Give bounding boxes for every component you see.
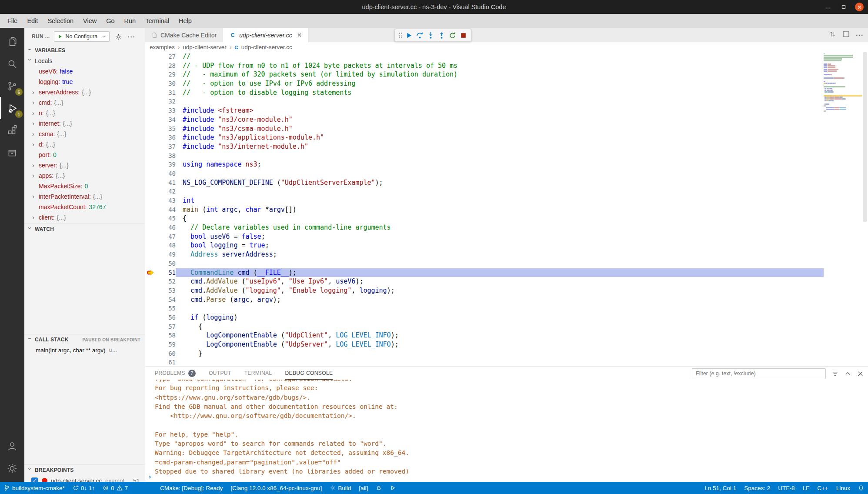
variable-row[interactable]: ›cmd:{...}: [24, 97, 145, 108]
chevron-right-icon[interactable]: ›: [32, 194, 39, 199]
variable-row[interactable]: useV6:false: [24, 66, 145, 77]
line-number[interactable]: 33: [156, 106, 176, 115]
language-mode-item[interactable]: C++: [813, 482, 832, 494]
breadcrumb-file[interactable]: udp-client-server.cc: [241, 44, 292, 50]
close-icon[interactable]: [297, 33, 302, 37]
tab-problems[interactable]: PROBLEMS 7: [155, 367, 196, 380]
tab-terminal[interactable]: TERMINAL: [244, 367, 272, 380]
code-line[interactable]: 39using namespace ns3;: [145, 160, 868, 169]
eol-item[interactable]: LF: [798, 482, 813, 494]
line-number[interactable]: 47: [156, 232, 176, 241]
debug-target-item[interactable]: [372, 482, 386, 494]
code-line[interactable]: 34#include "ns3/core-module.h": [145, 115, 868, 124]
code-line[interactable]: 54 cmd.Parse (argc, argv);: [145, 295, 868, 304]
close-button[interactable]: [855, 3, 864, 11]
stop-button[interactable]: [458, 30, 469, 41]
tab-udp-client-server[interactable]: C udp-client-server.cc: [223, 28, 308, 42]
menu-terminal[interactable]: Terminal: [140, 14, 174, 28]
variables-header[interactable]: › VARIABLES: [24, 45, 145, 56]
line-number[interactable]: 55: [156, 304, 176, 313]
filter-lines-icon[interactable]: [832, 370, 838, 377]
tab-cmake-cache-editor[interactable]: CMake Cache Editor: [145, 28, 223, 42]
chevron-right-icon[interactable]: ›: [32, 111, 39, 115]
split-editor-icon[interactable]: [842, 30, 850, 40]
source-control-icon[interactable]: 6: [0, 75, 24, 97]
line-number[interactable]: 43: [156, 196, 176, 205]
code-line[interactable]: 61: [145, 358, 868, 366]
code-line[interactable]: 36#include "ns3/applications-module.h": [145, 133, 868, 142]
code-line[interactable]: 29// - maximum of 320 packets sent (or l…: [145, 70, 868, 79]
line-number[interactable]: 57: [156, 322, 176, 331]
code-line[interactable]: 42: [145, 187, 868, 196]
open-changes-icon[interactable]: [829, 30, 836, 40]
run-debug-icon[interactable]: 1: [0, 97, 24, 119]
variable-row[interactable]: ›n:{...}: [24, 108, 145, 118]
code-line[interactable]: 32: [145, 97, 868, 106]
cmake-kit-item[interactable]: [Clang 12.0.0 x86_64-pc-linux-gnu]: [227, 482, 326, 494]
line-number[interactable]: 60: [156, 349, 176, 358]
explorer-icon[interactable]: [0, 30, 24, 53]
variable-row[interactable]: ›d:{...}: [24, 139, 145, 150]
account-icon[interactable]: [0, 435, 24, 457]
code-line[interactable]: 50: [145, 259, 868, 268]
close-panel-icon[interactable]: [857, 370, 864, 377]
code-line[interactable]: 52 cmd.AddValue ("useIpv6", "Use Ipv6", …: [145, 277, 868, 286]
extensions-icon[interactable]: [0, 119, 24, 141]
variable-row[interactable]: ›client:{...}: [24, 212, 145, 223]
search-icon[interactable]: [0, 53, 24, 75]
line-number[interactable]: 48: [156, 241, 176, 250]
variable-row[interactable]: MaxPacketSize:0: [24, 181, 145, 191]
code-line[interactable]: 49 Address serverAddress;: [145, 250, 868, 259]
line-number[interactable]: 46: [156, 223, 176, 232]
step-into-button[interactable]: [425, 30, 436, 41]
cmake-status-item[interactable]: CMake: [Debug]: Ready: [156, 482, 227, 494]
maximize-button[interactable]: [839, 3, 848, 11]
code-line[interactable]: 38: [145, 151, 868, 160]
encoding-item[interactable]: UTF-8: [774, 482, 798, 494]
chevron-right-icon[interactable]: ›: [32, 90, 39, 94]
code-editor[interactable]: 27//28// - UDP flow from n0 to n1 of 102…: [145, 52, 868, 366]
line-number[interactable]: 42: [156, 187, 176, 196]
code-line[interactable]: 55: [145, 304, 868, 313]
menu-selection[interactable]: Selection: [43, 14, 78, 28]
line-number[interactable]: 51: [156, 268, 176, 277]
line-number[interactable]: 52: [156, 277, 176, 286]
indentation-item[interactable]: Spaces: 2: [740, 482, 774, 494]
code-line[interactable]: 33#include <fstream>: [145, 106, 868, 115]
chevron-right-icon[interactable]: ›: [32, 121, 39, 126]
line-number[interactable]: 37: [156, 142, 176, 151]
notifications-item[interactable]: [854, 482, 868, 494]
code-line[interactable]: 27//: [145, 52, 868, 61]
watch-header[interactable]: › WATCH: [24, 224, 145, 234]
menu-run[interactable]: Run: [120, 14, 141, 28]
line-number[interactable]: 36: [156, 133, 176, 142]
code-line[interactable]: 45{: [145, 214, 868, 223]
line-number[interactable]: 30: [156, 79, 176, 88]
line-number[interactable]: 27: [156, 52, 176, 61]
step-over-button[interactable]: [414, 30, 425, 41]
scrollbar-thumb[interactable]: [863, 52, 867, 222]
variable-row[interactable]: ›apps:{...}: [24, 170, 145, 181]
breadcrumb-folder[interactable]: examples: [150, 44, 175, 50]
chevron-right-icon[interactable]: ›: [32, 142, 39, 147]
line-number[interactable]: 59: [156, 340, 176, 349]
code-line[interactable]: 47 bool useV6 = false;: [145, 232, 868, 241]
variable-row[interactable]: ›interPacketInterval:{...}: [24, 191, 145, 202]
code-line[interactable]: 48 bool logging = true;: [145, 241, 868, 250]
chevron-right-icon[interactable]: ›: [32, 132, 39, 136]
code-line[interactable]: 46 // Declare variables used in command-…: [145, 223, 868, 232]
remote-os-item[interactable]: Linux: [832, 482, 854, 494]
line-number[interactable]: 28: [156, 61, 176, 70]
scope-locals-row[interactable]: › Locals: [24, 56, 145, 66]
build-item[interactable]: Build: [326, 482, 355, 494]
code-line[interactable]: 53 cmd.AddValue ("logging", "Enable logg…: [145, 286, 868, 295]
breakpoint-row[interactable]: ✓ udp-client-server.cc exampl… 51: [24, 475, 145, 482]
more-actions-icon[interactable]: ···: [127, 33, 135, 40]
line-number[interactable]: 45: [156, 214, 176, 223]
package-icon[interactable]: [0, 141, 24, 164]
tab-output[interactable]: OUTPUT: [209, 367, 231, 380]
minimize-button[interactable]: [824, 3, 832, 11]
call-stack-header[interactable]: › CALL STACK PAUSED ON BREAKPOINT: [24, 334, 145, 345]
code-line[interactable]: 37#include "ns3/internet-module.h": [145, 142, 868, 151]
line-number[interactable]: 61: [156, 358, 176, 366]
